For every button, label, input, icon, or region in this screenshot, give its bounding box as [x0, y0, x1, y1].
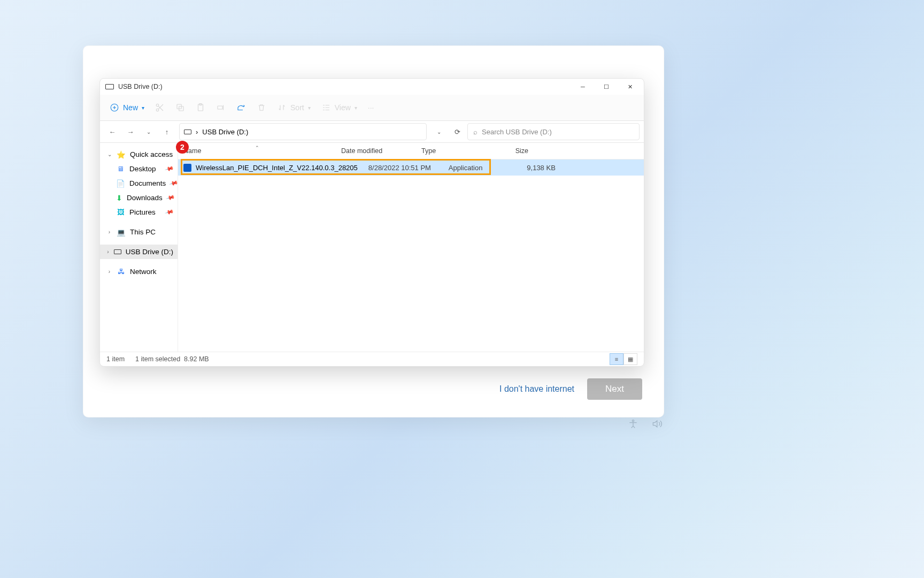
- pictures-icon: 🖼: [116, 208, 125, 217]
- sidebar-pictures[interactable]: 🖼Pictures📌: [100, 205, 178, 219]
- svg-point-2: [156, 109, 159, 111]
- sort-indicator-icon: ⌃: [255, 145, 259, 150]
- sidebar-desktop[interactable]: 🖥Desktop📌: [100, 162, 178, 176]
- scissors-icon: [155, 103, 165, 112]
- search-placeholder: Search USB Drive (D:): [482, 128, 552, 136]
- oobe-footer: I don't have internet Next: [499, 378, 642, 400]
- application-icon: [183, 164, 191, 172]
- sidebar-documents[interactable]: 📄Documents📌: [100, 176, 178, 191]
- close-button[interactable]: ✕: [618, 79, 642, 95]
- clipboard-icon: [196, 103, 205, 112]
- file-size: 9,138 KB: [513, 164, 566, 172]
- search-icon: ⌕: [473, 128, 478, 136]
- accessibility-icon[interactable]: [628, 419, 638, 431]
- copy-button[interactable]: [175, 103, 185, 112]
- status-size: 8.92 MB: [184, 355, 209, 363]
- no-internet-link[interactable]: I don't have internet: [499, 384, 574, 394]
- pin-icon: 📌: [165, 207, 175, 217]
- cut-button[interactable]: [155, 103, 165, 112]
- documents-icon: 📄: [116, 179, 125, 188]
- column-headers: Name⌃ Date modified Type Size: [178, 143, 644, 159]
- window-title: USB Drive (D:): [118, 83, 163, 90]
- forward-button[interactable]: →: [122, 124, 138, 140]
- rename-icon: [216, 103, 226, 112]
- file-name: WirelessLan_PIE_DCH_Intel_Z_V22.140.0.3_…: [196, 164, 358, 172]
- copy-icon: [175, 103, 185, 112]
- titlebar[interactable]: USB Drive (D:) ─ ☐ ✕: [100, 79, 644, 95]
- file-list-pane: 2 Name⌃ Date modified Type Size Wireless…: [178, 143, 644, 352]
- sort-button[interactable]: Sort▾: [277, 103, 311, 112]
- file-explorer-window: USB Drive (D:) ─ ☐ ✕ New▾ Sort▾ View▾ ··…: [99, 78, 644, 367]
- system-tray: [628, 419, 662, 431]
- address-bar[interactable]: › USB Drive (D:): [179, 123, 427, 140]
- file-date: 8/28/2022 10:51 PM: [363, 164, 443, 172]
- pin-icon: 📌: [165, 193, 175, 202]
- svg-rect-8: [218, 106, 222, 109]
- view-icon: [321, 103, 331, 112]
- file-type: Application: [443, 164, 513, 172]
- column-type[interactable]: Type: [416, 147, 486, 155]
- pin-icon: 📌: [165, 164, 175, 173]
- trash-icon: [257, 103, 266, 112]
- usb-drive-icon: [114, 247, 121, 256]
- share-button[interactable]: [236, 103, 246, 112]
- plus-circle-icon: [110, 103, 119, 112]
- sidebar-this-pc[interactable]: ›💻This PC: [100, 225, 178, 239]
- status-selected: 1 item selected: [135, 355, 180, 363]
- downloads-icon: ⬇: [116, 193, 122, 202]
- rename-button[interactable]: [216, 103, 226, 112]
- ribbon-toolbar: New▾ Sort▾ View▾ ···: [100, 95, 644, 121]
- status-item-count: 1 item: [106, 355, 125, 363]
- network-icon: 🖧: [117, 267, 126, 276]
- paste-button[interactable]: [196, 103, 205, 112]
- navigation-pane: ⌄⭐Quick access 🖥Desktop📌 📄Documents📌 ⬇Do…: [100, 143, 178, 352]
- share-icon: [236, 103, 246, 112]
- sort-icon: [277, 103, 287, 112]
- address-bar-row: ← → ⌄ ↑ › USB Drive (D:) ⌄ ⟳ ⌕ Search US…: [100, 121, 644, 143]
- sidebar-usb-drive[interactable]: ›USB Drive (D:): [100, 245, 178, 259]
- sidebar-quick-access[interactable]: ⌄⭐Quick access: [100, 147, 178, 162]
- up-button[interactable]: ↑: [159, 124, 175, 140]
- pc-icon: 💻: [117, 227, 126, 237]
- breadcrumb-separator: ›: [196, 128, 198, 136]
- status-bar: 1 item 1 item selected 8.92 MB ≡ ▦: [100, 352, 644, 366]
- column-name[interactable]: Name⌃: [178, 147, 336, 155]
- sidebar-downloads[interactable]: ⬇Downloads📌: [100, 191, 178, 205]
- usb-drive-icon: [105, 84, 114, 89]
- sidebar-network[interactable]: ›🖧Network: [100, 264, 178, 279]
- more-button[interactable]: ···: [368, 103, 374, 112]
- volume-icon[interactable]: [651, 419, 662, 431]
- svg-point-0: [632, 420, 634, 422]
- recent-locations-button[interactable]: ⌄: [141, 124, 157, 140]
- pin-icon: 📌: [169, 178, 178, 188]
- breadcrumb-location[interactable]: USB Drive (D:): [202, 128, 248, 136]
- annotation-step-badge: 2: [176, 141, 189, 154]
- column-size[interactable]: Size: [486, 147, 539, 155]
- maximize-button[interactable]: ☐: [595, 79, 618, 95]
- desktop-icon: 🖥: [116, 164, 125, 173]
- minimize-button[interactable]: ─: [571, 79, 595, 95]
- new-button[interactable]: New▾: [110, 103, 144, 112]
- usb-drive-icon: [184, 130, 191, 134]
- details-view-button[interactable]: ≡: [610, 353, 623, 365]
- star-icon: ⭐: [117, 150, 126, 159]
- svg-point-3: [156, 104, 159, 107]
- address-dropdown[interactable]: ⌄: [431, 124, 447, 140]
- next-button[interactable]: Next: [587, 378, 642, 400]
- delete-button[interactable]: [257, 103, 266, 112]
- column-date[interactable]: Date modified: [336, 147, 416, 155]
- file-row[interactable]: WirelessLan_PIE_DCH_Intel_Z_V22.140.0.3_…: [178, 159, 644, 176]
- search-box[interactable]: ⌕ Search USB Drive (D:): [467, 123, 640, 140]
- icons-view-button[interactable]: ▦: [623, 353, 637, 365]
- view-button[interactable]: View▾: [321, 103, 357, 112]
- back-button[interactable]: ←: [104, 124, 120, 140]
- refresh-button[interactable]: ⟳: [449, 124, 465, 140]
